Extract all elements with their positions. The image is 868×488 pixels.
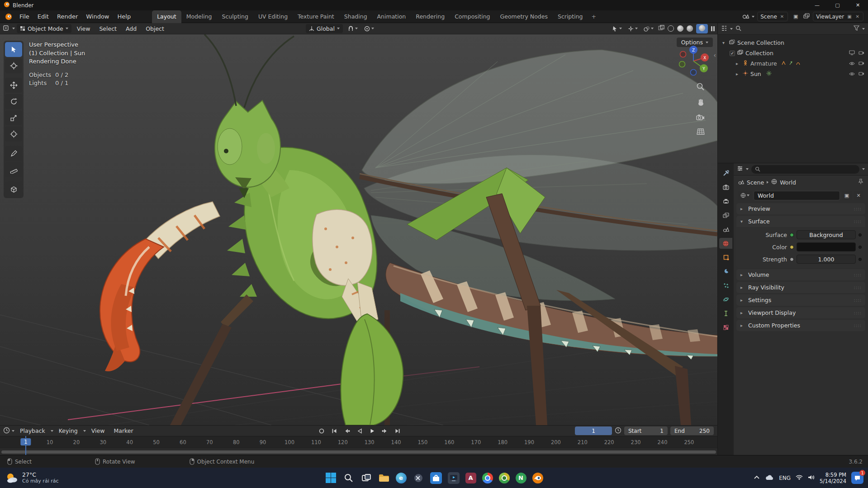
tab-compositing[interactable]: Compositing	[450, 10, 495, 23]
tab-layout[interactable]: Layout	[152, 10, 181, 23]
maximize-button[interactable]: ▢	[827, 0, 848, 10]
timeline-menu-keying[interactable]: Keying	[55, 426, 81, 436]
end-frame-field[interactable]: End 250	[670, 426, 714, 435]
sun-hide-icon[interactable]	[849, 71, 855, 77]
tab-view-layer[interactable]	[719, 210, 732, 221]
onedrive-cloud-icon[interactable]	[765, 474, 774, 482]
access-icon[interactable]: A	[465, 473, 476, 483]
app-menu-icon[interactable]	[4, 13, 14, 21]
blender-taskbar-icon[interactable]	[532, 473, 543, 483]
tool-move[interactable]	[5, 78, 22, 93]
scene-collection-label[interactable]: Scene Collection	[737, 39, 784, 46]
tool-annotate[interactable]	[5, 146, 22, 161]
tab-sculpting[interactable]: Sculpting	[217, 10, 253, 23]
strength-slider[interactable]: 1.000	[797, 255, 856, 264]
tab-tool[interactable]	[719, 168, 732, 179]
tray-chevron-icon[interactable]	[754, 474, 760, 481]
start-button[interactable]	[325, 472, 337, 484]
armature-data-icon[interactable]	[788, 60, 793, 67]
use-preview-range-icon[interactable]	[615, 427, 621, 435]
collection-camera-icon[interactable]	[859, 50, 864, 57]
play-button[interactable]	[367, 427, 377, 435]
panel-volume[interactable]: ▸Volume::::	[736, 269, 865, 280]
armature-pose-icon[interactable]	[781, 60, 786, 67]
outliner-row-armature[interactable]: ▸ Armature	[718, 58, 868, 69]
snap-magnet-icon[interactable]	[346, 25, 359, 32]
overlays-caret[interactable]	[651, 28, 654, 29]
tab-geometry-nodes[interactable]: Geometry Nodes	[495, 10, 553, 23]
tab-world[interactable]	[719, 238, 732, 249]
outliner-editor-caret[interactable]	[730, 28, 733, 30]
outliner-search-icon[interactable]	[735, 25, 741, 33]
color-swatch-field[interactable]	[797, 242, 856, 251]
gizmos-icon[interactable]	[626, 25, 639, 32]
scene-unlink-icon[interactable]: ✕	[779, 14, 785, 19]
outliner-row-collection[interactable]: ✓ Collection	[718, 48, 868, 58]
disclosure-icon[interactable]: ▾	[722, 40, 727, 45]
pan-hand-icon[interactable]	[697, 98, 705, 108]
breadcrumb-scene-label[interactable]: Scene	[747, 179, 764, 186]
coccoc-browser-icon[interactable]	[499, 473, 510, 483]
surface-shader-button[interactable]: Background	[797, 230, 856, 239]
viewport-menu-view[interactable]: View	[73, 24, 94, 33]
tool-measure[interactable]	[5, 162, 22, 177]
tab-modifiers[interactable]	[719, 266, 732, 277]
proportional-editing-icon[interactable]	[363, 25, 375, 32]
taskbar-search-icon[interactable]	[343, 472, 355, 484]
gizmos-caret[interactable]	[635, 28, 638, 29]
mode-dropdown[interactable]: Object Mode	[17, 24, 71, 33]
jump-to-start-button[interactable]	[329, 427, 339, 435]
animate-dot[interactable]	[859, 246, 862, 249]
scene-new-icon[interactable]: ▣	[791, 12, 801, 21]
panel-settings[interactable]: ▸Settings::::	[736, 294, 865, 306]
timeline-menu-playback[interactable]: Playback	[16, 426, 49, 436]
start-frame-field[interactable]: Start 1	[624, 426, 668, 435]
movies-tv-icon[interactable]	[448, 472, 460, 484]
viewport-menu-object[interactable]: Object	[142, 24, 168, 33]
timeline-hscrollbar[interactable]	[1, 450, 716, 454]
store-icon[interactable]	[430, 472, 442, 484]
outliner-filter-icon[interactable]	[854, 25, 859, 32]
outliner-editor-icon[interactable]	[721, 25, 727, 33]
preview-disclosure[interactable]: ▸	[740, 206, 745, 211]
tab-uv-editing[interactable]: UV Editing	[253, 10, 293, 23]
play-reverse-button[interactable]	[355, 427, 365, 435]
armature-action-icon[interactable]	[796, 60, 801, 67]
tab-particles[interactable]	[719, 280, 732, 291]
sun-camera-icon[interactable]	[859, 71, 864, 77]
next-keyframe-button[interactable]	[380, 427, 390, 435]
tab-animation[interactable]: Animation	[372, 10, 411, 23]
proportional-caret[interactable]	[371, 28, 374, 29]
pause-render-icon[interactable]	[711, 26, 715, 31]
menu-window[interactable]: Window	[82, 11, 113, 22]
volume-disclosure[interactable]: ▸	[740, 272, 745, 277]
tab-shading[interactable]: Shading	[339, 10, 372, 23]
panel-surface[interactable]: ▾Surface:::: Surface Background Color	[736, 216, 865, 268]
prev-keyframe-button[interactable]	[342, 427, 352, 435]
language-indicator[interactable]: ENG	[779, 475, 791, 481]
shading-rendered-icon[interactable]	[696, 24, 708, 33]
taskbar-clock[interactable]: 8:59 PM 5/14/2024	[820, 472, 846, 484]
tool-transform[interactable]	[5, 127, 22, 142]
timeline-ruler[interactable]: 1020304050607080901001101201301401501601…	[0, 436, 717, 448]
snap-caret[interactable]	[355, 28, 358, 29]
world-unlink-button[interactable]: ✕	[854, 191, 863, 200]
panel-custom-properties[interactable]: ▸Custom Properties::::	[736, 320, 865, 331]
region-collapse-arrow[interactable]: ‹	[713, 52, 716, 59]
outliner-row-scene-collection[interactable]: ▾ Scene Collection	[718, 38, 868, 48]
notification-center-icon[interactable]: 1	[851, 472, 863, 484]
tab-render[interactable]	[719, 182, 732, 193]
tool-add-cube[interactable]	[5, 182, 22, 197]
outliner-row-sun[interactable]: ▸ Sun	[718, 69, 868, 79]
collection-checkbox[interactable]: ✓	[730, 51, 735, 56]
properties-filter-caret[interactable]	[862, 168, 865, 170]
editor-type-icon[interactable]	[3, 25, 10, 33]
world-copy-button[interactable]: ▣	[842, 191, 852, 200]
navigation-gizmo[interactable]: Z X Y	[677, 44, 710, 78]
scene-selector[interactable]: Scene ✕	[757, 12, 788, 21]
custom-properties-disclosure[interactable]: ▸	[740, 323, 745, 328]
sun-label[interactable]: Sun	[750, 71, 761, 77]
viewlayer-remove-icon[interactable]: ✕	[855, 14, 860, 19]
viewport-3d[interactable]: User Perspective (1) Collection | Sun Re…	[0, 34, 717, 425]
collection-label[interactable]: Collection	[745, 50, 773, 57]
